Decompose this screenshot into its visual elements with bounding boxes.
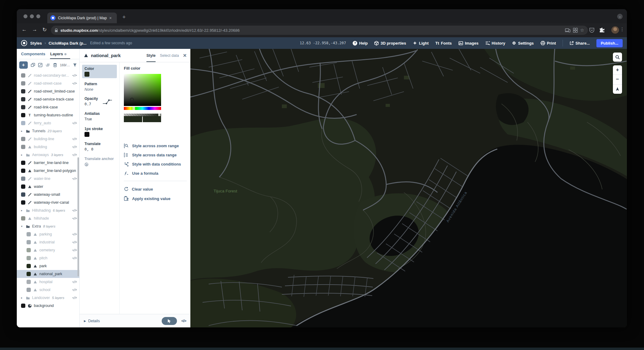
layer-hidden-icon[interactable] bbox=[72, 280, 77, 283]
bookmark-star-icon[interactable]: ☆ bbox=[580, 27, 584, 33]
layer-hidden-icon[interactable] bbox=[72, 145, 77, 148]
map-canvas[interactable]: Tijuca Forest Avenida Atlântica + − bbox=[190, 49, 627, 327]
new-tab-button[interactable]: + bbox=[122, 14, 126, 20]
3d-properties-button[interactable]: 3D properties bbox=[374, 41, 406, 46]
layer-hidden-icon[interactable] bbox=[72, 74, 77, 77]
layer-group-Aeroways[interactable]: ▸Aeroways3 layers bbox=[17, 151, 79, 159]
layer-hidden-icon[interactable] bbox=[72, 137, 77, 140]
mapbox-logo[interactable] bbox=[21, 40, 27, 46]
panel-close-icon[interactable]: ✕ bbox=[183, 53, 187, 58]
light-button[interactable]: Light bbox=[413, 41, 429, 46]
layer-hidden-icon[interactable] bbox=[72, 217, 77, 220]
edit-layer-icon[interactable] bbox=[38, 63, 42, 67]
print-button[interactable]: Print bbox=[541, 41, 556, 46]
saturation-handle[interactable] bbox=[130, 98, 134, 102]
browser-tab[interactable]: CicloMapa Dark (prod) | Mapbo × bbox=[47, 13, 117, 23]
layer-row-waterway-small[interactable]: waterway-small bbox=[17, 191, 79, 199]
reload-button[interactable]: ↻ bbox=[42, 27, 47, 33]
layer-hidden-icon[interactable] bbox=[72, 241, 77, 244]
caret-right-icon[interactable]: ▸ bbox=[21, 209, 23, 212]
tab-select-data[interactable]: Select data bbox=[160, 53, 179, 58]
action-style-across-data-range[interactable]: Style across data range bbox=[124, 153, 177, 157]
layer-hidden-icon[interactable] bbox=[72, 153, 77, 156]
action-apply-existing-value[interactable]: Apply existing value bbox=[124, 196, 171, 201]
action-use-a-formula[interactable]: Use a formula bbox=[124, 171, 158, 176]
caret-right-icon[interactable]: ▸ bbox=[21, 296, 23, 299]
tab-layers[interactable]: Layers bbox=[50, 52, 67, 56]
caret-right-icon[interactable]: ▸ bbox=[21, 129, 23, 133]
property-translate[interactable]: Translate 0, 0 bbox=[85, 142, 101, 151]
layer-row-road-street-case[interactable]: road-street-case bbox=[17, 79, 79, 87]
toggle-hidden-icon[interactable] bbox=[45, 63, 50, 67]
maximize-window-button[interactable] bbox=[36, 14, 40, 18]
layer-row-industrial[interactable]: industrial bbox=[17, 238, 79, 246]
layer-row-building[interactable]: building bbox=[17, 143, 79, 151]
layer-row-water-line[interactable]: water-line bbox=[17, 175, 79, 183]
images-button[interactable]: Images bbox=[459, 41, 479, 46]
layer-row-barrier_line-land-line[interactable]: barrier_line-land-line bbox=[17, 159, 79, 167]
layer-row-road-street_limited-case[interactable]: road-street_limited-case bbox=[17, 87, 79, 95]
layer-hidden-icon[interactable] bbox=[72, 249, 77, 252]
layer-group-Landcover[interactable]: ▸Landcover5 layers bbox=[17, 294, 79, 302]
details-toggle[interactable]: ▶Details bbox=[84, 319, 100, 323]
profile-avatar[interactable] bbox=[611, 26, 619, 34]
map-search-button[interactable] bbox=[613, 53, 622, 62]
settings-button[interactable]: Settings bbox=[512, 41, 534, 46]
delete-layer-icon[interactable] bbox=[53, 63, 57, 67]
filter-funnel-icon[interactable] bbox=[73, 63, 77, 67]
zoom-out-button[interactable]: − bbox=[613, 75, 622, 84]
layer-row-turning-features-outline[interactable]: Tturning-features-outline bbox=[17, 111, 79, 119]
layer-row-hillshade[interactable]: hillshade bbox=[17, 214, 79, 222]
layer-group-Hillshading[interactable]: ▸Hillshading6 layers bbox=[17, 206, 79, 214]
layer-row-road-link-case[interactable]: road-link-case bbox=[17, 103, 79, 111]
extensions-puzzle-icon[interactable] bbox=[599, 27, 605, 33]
minimize-window-button[interactable] bbox=[30, 14, 34, 18]
publish-button[interactable]: Publish... bbox=[596, 39, 623, 47]
layer-row-park[interactable]: park bbox=[17, 262, 79, 270]
layer-row-pitch[interactable]: pitch bbox=[17, 254, 79, 262]
layer-hidden-icon[interactable] bbox=[72, 288, 77, 291]
fonts-button[interactable]: Tt Fonts bbox=[435, 41, 452, 46]
layer-hidden-icon[interactable] bbox=[72, 122, 77, 125]
layer-group-Extra[interactable]: ▾Extra8 layers bbox=[17, 222, 79, 230]
cursor-mode-button[interactable] bbox=[162, 317, 177, 325]
zoom-in-button[interactable]: + bbox=[613, 65, 622, 75]
hue-slider[interactable] bbox=[124, 107, 161, 110]
style-name[interactable]: CicloMapa Dark (p... bbox=[49, 41, 86, 46]
add-layer-button[interactable]: + bbox=[19, 61, 28, 69]
duplicate-layer-icon[interactable] bbox=[31, 63, 35, 67]
sidebar-scrollbar[interactable] bbox=[77, 157, 79, 276]
layer-row-background[interactable]: background bbox=[17, 302, 79, 310]
layer-hidden-icon[interactable] bbox=[72, 82, 77, 85]
property-opacity[interactable]: Opacity 0.7 bbox=[85, 97, 98, 106]
layer-row-waterway-river-canal[interactable]: waterway-river-canal bbox=[17, 199, 79, 206]
layer-hidden-icon[interactable] bbox=[72, 177, 77, 180]
help-button[interactable]: ? Help bbox=[353, 41, 368, 46]
layer-row-road-service-track-case[interactable]: road-service-track-case bbox=[17, 95, 79, 103]
action-style-across-zoom-range[interactable]: Style across zoom range bbox=[124, 144, 179, 148]
url-bar[interactable]: studio.mapbox.com/styles/cmdalbem/ckgpww… bbox=[51, 26, 588, 35]
history-button[interactable]: History bbox=[485, 41, 505, 46]
property-antialias[interactable]: Antialias True bbox=[85, 111, 100, 121]
caret-down-icon[interactable]: ▾ bbox=[21, 225, 23, 228]
layer-hidden-icon[interactable] bbox=[72, 233, 77, 236]
property-translate-anchor[interactable]: Translate anchor bbox=[85, 157, 114, 168]
pocket-icon[interactable] bbox=[589, 27, 595, 33]
layer-row-school[interactable]: school bbox=[17, 286, 79, 294]
property-pattern[interactable]: Pattern None bbox=[85, 82, 97, 92]
forward-button[interactable]: → bbox=[32, 27, 37, 33]
layer-row-road-secondary-ter...[interactable]: road-secondary-ter... bbox=[17, 71, 79, 79]
tab-search-button[interactable]: ⌄ bbox=[617, 14, 623, 19]
compass-button[interactable] bbox=[613, 84, 622, 94]
layer-row-barrier_line-land-polygon[interactable]: barrier_line-land-polygon bbox=[17, 167, 79, 175]
share-button[interactable]: Share... bbox=[570, 41, 590, 46]
layer-hidden-icon[interactable] bbox=[72, 257, 77, 260]
back-button[interactable]: ← bbox=[22, 27, 27, 33]
layer-row-cemetery[interactable]: cemetery bbox=[17, 246, 79, 254]
property-stroke[interactable]: 1px stroke bbox=[85, 127, 103, 137]
layer-group-Tunnels[interactable]: ▸Tunnels23 layers bbox=[17, 127, 79, 135]
layer-row-parking[interactable]: parking bbox=[17, 230, 79, 238]
tab-close-icon[interactable]: × bbox=[109, 16, 112, 20]
close-window-button[interactable] bbox=[23, 14, 27, 18]
layer-row-national_park[interactable]: national_park bbox=[17, 270, 79, 278]
